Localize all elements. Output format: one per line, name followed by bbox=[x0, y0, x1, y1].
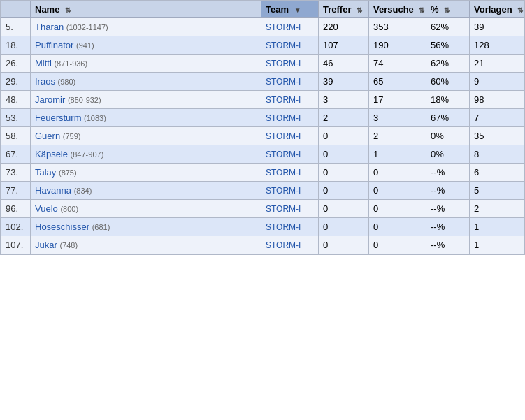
team-cell: STORM-I bbox=[261, 18, 319, 36]
table-row: 5.Tharan (1032-1147)STORM-I22035362%39 bbox=[1, 18, 525, 36]
versuche-cell: 2 bbox=[369, 127, 426, 145]
team-cell: STORM-I bbox=[261, 236, 319, 254]
treffer-cell: 3 bbox=[319, 91, 369, 109]
name-cell[interactable]: Jaromir (850-932) bbox=[31, 91, 261, 109]
table-row: 102.Hoseschisser (681)STORM-I00--%1 bbox=[1, 218, 525, 236]
treffer-cell: 46 bbox=[319, 55, 369, 73]
name-cell[interactable]: Havanna (834) bbox=[31, 182, 261, 200]
col-header-rank bbox=[1, 1, 31, 18]
team-cell: STORM-I bbox=[261, 164, 319, 182]
vorlagen-cell: 98 bbox=[470, 91, 525, 109]
rank-cell: 96. bbox=[1, 200, 31, 218]
rank-cell: 58. bbox=[1, 127, 31, 145]
team-cell: STORM-I bbox=[261, 109, 319, 127]
team-cell: STORM-I bbox=[261, 91, 319, 109]
team-cell: STORM-I bbox=[261, 127, 319, 145]
treffer-cell: 0 bbox=[319, 127, 369, 145]
table-row: 96.Vuelo (800)STORM-I00--%2 bbox=[1, 200, 525, 218]
versuche-cell: 17 bbox=[369, 91, 426, 109]
name-cell[interactable]: Mitti (871-936) bbox=[31, 55, 261, 73]
vorlagen-cell: 39 bbox=[470, 18, 525, 36]
table-header-row: Name ⇅ Team ▼ Treffer ⇅ Versuche ⇅ % ⇅ bbox=[1, 1, 525, 18]
sort-icon-treffer: ⇅ bbox=[357, 6, 362, 14]
team-cell: STORM-I bbox=[261, 55, 319, 73]
vorlagen-cell: 21 bbox=[470, 55, 525, 73]
vorlagen-cell: 35 bbox=[470, 127, 525, 145]
name-cell[interactable]: Vuelo (800) bbox=[31, 200, 261, 218]
col-header-vorlagen[interactable]: Vorlagen ⇅ bbox=[470, 1, 525, 18]
treffer-cell: 0 bbox=[319, 218, 369, 236]
vorlagen-cell: 6 bbox=[470, 164, 525, 182]
vorlagen-cell: 1 bbox=[470, 236, 525, 254]
treffer-cell: 0 bbox=[319, 145, 369, 164]
rank-cell: 26. bbox=[1, 55, 31, 73]
stats-table-container: Name ⇅ Team ▼ Treffer ⇅ Versuche ⇅ % ⇅ bbox=[0, 0, 525, 255]
stats-table: Name ⇅ Team ▼ Treffer ⇅ Versuche ⇅ % ⇅ bbox=[1, 1, 525, 254]
name-cell[interactable]: Hoseschisser (681) bbox=[31, 218, 261, 236]
name-cell[interactable]: Guern (759) bbox=[31, 127, 261, 145]
versuche-cell: 3 bbox=[369, 109, 426, 127]
percent-cell: 62% bbox=[426, 18, 470, 36]
name-cell[interactable]: Tharan (1032-1147) bbox=[31, 18, 261, 36]
versuche-cell: 0 bbox=[369, 164, 426, 182]
percent-cell: 56% bbox=[426, 36, 470, 55]
table-row: 53.Feuersturm (1083)STORM-I2367%7 bbox=[1, 109, 525, 127]
name-cell[interactable]: Feuersturm (1083) bbox=[31, 109, 261, 127]
vorlagen-cell: 9 bbox=[470, 73, 525, 91]
team-cell: STORM-I bbox=[261, 73, 319, 91]
name-cell[interactable]: Käpsele (847-907) bbox=[31, 145, 261, 164]
versuche-cell: 353 bbox=[369, 18, 426, 36]
col-header-versuche[interactable]: Versuche ⇅ bbox=[369, 1, 426, 18]
table-row: 73.Talay (875)STORM-I00--%6 bbox=[1, 164, 525, 182]
table-row: 26.Mitti (871-936)STORM-I467462%21 bbox=[1, 55, 525, 73]
team-cell: STORM-I bbox=[261, 200, 319, 218]
versuche-cell: 190 bbox=[369, 36, 426, 55]
sort-icon-name: ⇅ bbox=[65, 6, 71, 14]
treffer-cell: 0 bbox=[319, 164, 369, 182]
name-cell[interactable]: Puffinator (941) bbox=[31, 36, 261, 55]
versuche-cell: 0 bbox=[369, 182, 426, 200]
table-row: 29.Iraos (980)STORM-I396560%9 bbox=[1, 73, 525, 91]
percent-cell: --% bbox=[426, 164, 470, 182]
vorlagen-cell: 8 bbox=[470, 145, 525, 164]
percent-cell: 67% bbox=[426, 109, 470, 127]
table-row: 107.Jukar (748)STORM-I00--%1 bbox=[1, 236, 525, 254]
name-cell[interactable]: Talay (875) bbox=[31, 164, 261, 182]
percent-cell: 18% bbox=[426, 91, 470, 109]
vorlagen-cell: 2 bbox=[470, 200, 525, 218]
percent-cell: --% bbox=[426, 182, 470, 200]
col-header-percent[interactable]: % ⇅ bbox=[426, 1, 470, 18]
treffer-cell: 0 bbox=[319, 200, 369, 218]
rank-cell: 5. bbox=[1, 18, 31, 36]
sort-icon-versuche: ⇅ bbox=[419, 6, 424, 14]
vorlagen-cell: 7 bbox=[470, 109, 525, 127]
vorlagen-cell: 1 bbox=[470, 218, 525, 236]
rank-cell: 67. bbox=[1, 145, 31, 164]
col-header-treffer[interactable]: Treffer ⇅ bbox=[319, 1, 369, 18]
versuche-cell: 0 bbox=[369, 236, 426, 254]
table-row: 77.Havanna (834)STORM-I00--%5 bbox=[1, 182, 525, 200]
rank-cell: 48. bbox=[1, 91, 31, 109]
team-cell: STORM-I bbox=[261, 36, 319, 55]
name-cell[interactable]: Iraos (980) bbox=[31, 73, 261, 91]
rank-cell: 29. bbox=[1, 73, 31, 91]
team-cell: STORM-I bbox=[261, 218, 319, 236]
vorlagen-cell: 128 bbox=[470, 36, 525, 55]
treffer-cell: 107 bbox=[319, 36, 369, 55]
percent-cell: --% bbox=[426, 200, 470, 218]
rank-cell: 102. bbox=[1, 218, 31, 236]
percent-cell: 60% bbox=[426, 73, 470, 91]
col-header-team[interactable]: Team ▼ bbox=[261, 1, 319, 18]
versuche-cell: 1 bbox=[369, 145, 426, 164]
rank-cell: 77. bbox=[1, 182, 31, 200]
table-row: 18.Puffinator (941)STORM-I10719056%128 bbox=[1, 36, 525, 55]
sort-icon-vorlagen: ⇅ bbox=[517, 6, 523, 14]
name-cell[interactable]: Jukar (748) bbox=[31, 236, 261, 254]
rank-cell: 73. bbox=[1, 164, 31, 182]
col-header-name[interactable]: Name ⇅ bbox=[31, 1, 261, 18]
versuche-cell: 65 bbox=[369, 73, 426, 91]
table-row: 67.Käpsele (847-907)STORM-I010%8 bbox=[1, 145, 525, 164]
treffer-cell: 0 bbox=[319, 236, 369, 254]
sort-icon-percent: ⇅ bbox=[444, 6, 450, 14]
vorlagen-cell: 5 bbox=[470, 182, 525, 200]
